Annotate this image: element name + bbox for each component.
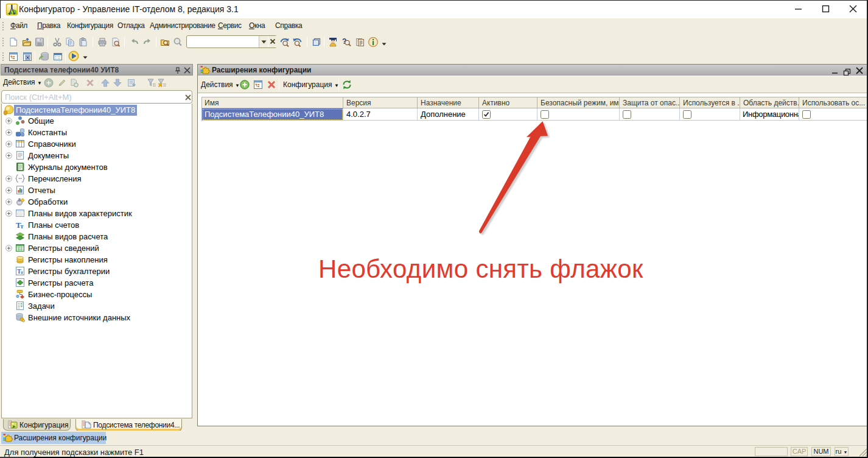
svg-text:т: т: [21, 270, 23, 275]
svg-text:т: т: [21, 223, 24, 230]
